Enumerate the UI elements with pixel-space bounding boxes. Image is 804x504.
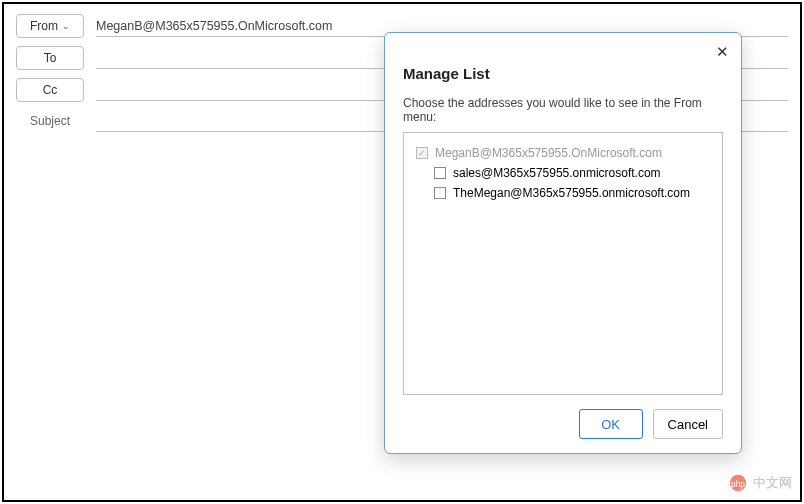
- dialog-buttons: OK Cancel: [403, 409, 723, 439]
- dialog-instruction: Choose the addresses you would like to s…: [403, 96, 723, 124]
- close-button[interactable]: ✕: [716, 43, 729, 61]
- address-item[interactable]: sales@M365x575955.onmicrosoft.com: [414, 163, 712, 183]
- watermark-text: 中文网: [753, 474, 792, 492]
- cc-label: Cc: [43, 83, 58, 97]
- to-button[interactable]: To: [16, 46, 84, 70]
- watermark: php 中文网: [727, 472, 792, 494]
- svg-text:php: php: [731, 480, 745, 489]
- elephant-icon: php: [727, 472, 749, 494]
- chevron-down-icon: ⌄: [62, 21, 70, 31]
- dialog-title: Manage List: [403, 65, 723, 82]
- compose-window: From ⌄ MeganB@M365x575955.OnMicrosoft.co…: [2, 2, 802, 502]
- to-label: To: [44, 51, 57, 65]
- address-list: ✓ MeganB@M365x575955.OnMicrosoft.com sal…: [403, 132, 723, 395]
- checkbox-icon[interactable]: [434, 167, 446, 179]
- checkbox-icon: ✓: [416, 147, 428, 159]
- close-icon: ✕: [716, 43, 729, 60]
- cc-button[interactable]: Cc: [16, 78, 84, 102]
- address-item: ✓ MeganB@M365x575955.OnMicrosoft.com: [414, 143, 712, 163]
- address-email: TheMegan@M365x575955.onmicrosoft.com: [453, 186, 690, 200]
- from-label: From: [30, 19, 58, 33]
- from-button[interactable]: From ⌄: [16, 14, 84, 38]
- address-email: MeganB@M365x575955.OnMicrosoft.com: [435, 146, 662, 160]
- checkbox-icon[interactable]: [434, 187, 446, 199]
- manage-list-dialog: ✕ Manage List Choose the addresses you w…: [384, 32, 742, 454]
- cancel-button[interactable]: Cancel: [653, 409, 723, 439]
- address-email: sales@M365x575955.onmicrosoft.com: [453, 166, 661, 180]
- address-item[interactable]: TheMegan@M365x575955.onmicrosoft.com: [414, 183, 712, 203]
- ok-button[interactable]: OK: [579, 409, 643, 439]
- subject-label: Subject: [16, 114, 84, 128]
